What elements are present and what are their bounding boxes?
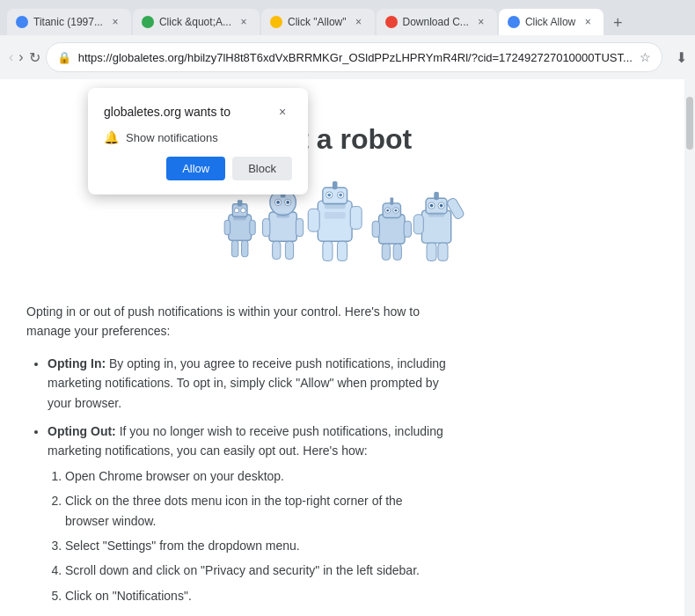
svg-rect-30 [325, 212, 346, 218]
sub-list-item-3: Select "Settings" from the dropdown menu… [65, 536, 449, 555]
svg-point-15 [276, 201, 280, 204]
svg-rect-17 [276, 214, 289, 218]
svg-rect-5 [233, 216, 246, 221]
svg-rect-24 [333, 181, 338, 189]
popup-title: globaletes.org wants to [104, 105, 230, 119]
browser-window: Titanic (1997... × Click &quot;A... × Cl… [0, 0, 695, 616]
scrollbar[interactable] [684, 79, 695, 616]
svg-rect-2 [238, 200, 243, 206]
svg-point-28 [339, 194, 342, 197]
tab-favicon-click-quot [142, 16, 154, 28]
tab-label-titanic: Titanic (1997... [33, 16, 103, 28]
block-button[interactable]: Block [232, 157, 292, 180]
content-area: globaletes.org wants to × 🔔 Show notific… [0, 79, 695, 616]
download-icon: ⬇ [676, 49, 687, 66]
tab-close-click-allow[interactable]: × [352, 15, 366, 29]
tab-label-download: Download C... [403, 16, 469, 28]
forward-button[interactable]: › [18, 43, 23, 71]
bell-icon: 🔔 [104, 130, 119, 144]
tab-current[interactable]: Click Allow × [499, 9, 604, 35]
nav-bar: ‹ › ↻ 🔒 https://globaletes.org/hbilzy7lH… [0, 35, 695, 79]
sub-list-item-1: Open Chrome browser on your desktop. [65, 466, 449, 486]
tab-close-click-quot[interactable]: × [237, 15, 251, 29]
svg-rect-21 [285, 241, 293, 259]
sub-list-item-5: Click on "Notifications". [65, 586, 449, 605]
tab-titanic[interactable]: Titanic (1997... × [7, 9, 131, 35]
page-content: globaletes.org wants to × 🔔 Show notific… [0, 79, 684, 616]
svg-point-41 [395, 209, 398, 212]
opting-in-detail: By opting in, you agree to receive push … [48, 356, 446, 410]
tab-bar: Titanic (1997... × Click &quot;A... × Cl… [0, 0, 695, 35]
svg-rect-53 [428, 212, 444, 217]
popup-notification-label: Show notifications [126, 131, 218, 144]
sub-list-item-2: Click on the three dots menu icon in the… [65, 491, 449, 531]
svg-rect-44 [382, 244, 390, 260]
popup-notification-row: 🔔 Show notifications [104, 130, 292, 144]
list-item-opting-out: Opting Out: If you no longer wish to rec… [48, 422, 449, 605]
scrollbar-thumb[interactable] [686, 97, 693, 150]
popup-close-button[interactable]: × [273, 102, 292, 121]
refresh-icon: ↻ [29, 49, 40, 66]
svg-rect-32 [350, 207, 362, 230]
svg-point-40 [386, 209, 389, 212]
back-button[interactable]: ‹ [9, 43, 13, 71]
svg-rect-43 [404, 221, 411, 237]
new-tab-button[interactable]: + [605, 11, 630, 35]
tab-favicon-current [508, 16, 520, 28]
svg-point-27 [327, 194, 331, 197]
svg-point-52 [440, 204, 443, 208]
svg-point-16 [286, 201, 289, 204]
bookmark-icon[interactable]: ☆ [640, 50, 651, 64]
svg-rect-48 [434, 192, 439, 200]
popup-buttons: Allow Block [104, 157, 292, 180]
tab-favicon-click-allow [270, 16, 282, 28]
svg-rect-20 [273, 241, 281, 259]
tab-close-current[interactable]: × [581, 15, 595, 29]
opting-in-term: Opting In: [48, 356, 106, 370]
tab-favicon-download [385, 16, 398, 28]
address-bar[interactable]: 🔒 https://globaletes.org/hbilzy7lH8t8T6x… [46, 42, 662, 72]
tab-close-download[interactable]: × [474, 15, 488, 29]
back-icon: ‹ [9, 49, 13, 65]
sub-list-item-4: Scroll down and click on "Privacy and se… [65, 561, 449, 580]
tab-download[interactable]: Download C... × [377, 9, 497, 35]
tab-label-current: Click Allow [525, 16, 575, 28]
allow-button[interactable]: Allow [166, 157, 225, 180]
svg-rect-37 [390, 197, 393, 204]
lock-icon: 🔒 [57, 51, 71, 64]
svg-rect-45 [393, 244, 401, 260]
opting-out-sub-list: Open Chrome browser on your desktop. Cli… [48, 466, 449, 605]
svg-rect-54 [413, 215, 423, 234]
popup-header: globaletes.org wants to × [104, 102, 292, 121]
svg-rect-35 [379, 215, 406, 244]
list-item-opting-in: Opting In: By opting in, you agree to re… [48, 354, 449, 413]
tab-label-click-quot: Click &quot;A... [159, 16, 231, 28]
tab-close-titanic[interactable]: × [108, 15, 122, 29]
svg-rect-6 [224, 220, 230, 235]
svg-rect-7 [250, 220, 255, 235]
nav-actions: ⬇ 👤 ⋮ [668, 43, 695, 71]
svg-rect-8 [231, 240, 238, 256]
article-list: Opting In: By opting in, you agree to re… [26, 354, 449, 605]
svg-rect-56 [427, 243, 436, 260]
refresh-button[interactable]: ↻ [29, 43, 40, 71]
tab-click-allow[interactable]: Click "Allow" × [261, 9, 375, 35]
svg-rect-57 [438, 243, 448, 260]
svg-rect-29 [325, 202, 346, 209]
svg-point-51 [430, 204, 434, 208]
svg-rect-34 [337, 241, 347, 260]
tab-label-click-allow: Click "Allow" [288, 16, 347, 28]
article-intro: Opting in or out of push notifications i… [26, 302, 449, 341]
svg-rect-9 [242, 240, 248, 256]
notification-popup: globaletes.org wants to × 🔔 Show notific… [88, 88, 308, 194]
svg-rect-19 [296, 218, 303, 236]
tab-click-quot[interactable]: Click &quot;A... × [133, 9, 260, 35]
opting-out-term: Opting Out: [48, 424, 116, 438]
svg-rect-33 [323, 241, 333, 260]
svg-point-3 [234, 208, 239, 213]
tab-favicon-titanic [16, 16, 28, 28]
address-text: https://globaletes.org/hbilzy7lH8t8T6xdV… [78, 51, 633, 64]
svg-point-4 [241, 208, 246, 213]
svg-rect-18 [263, 218, 270, 236]
download-button[interactable]: ⬇ [668, 43, 695, 71]
